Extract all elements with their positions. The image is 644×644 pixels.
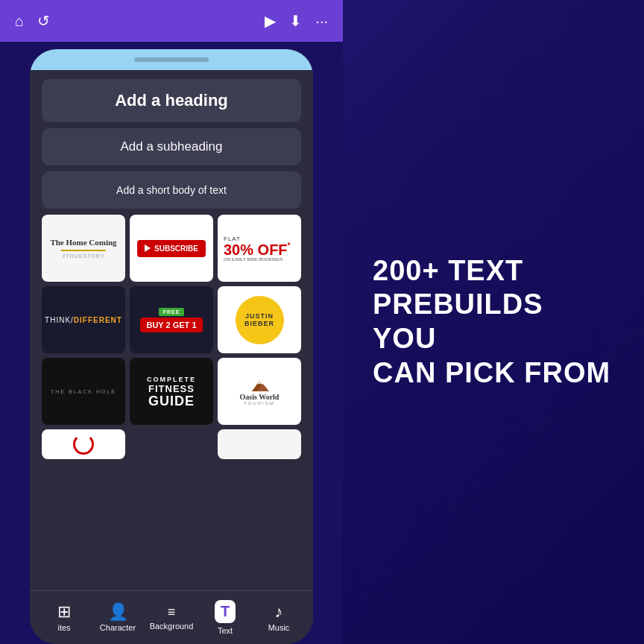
add-heading-label: Add a heading — [115, 91, 228, 110]
subscribe-play-icon — [145, 244, 151, 252]
partial-cell-1[interactable] — [42, 429, 125, 459]
partial-cell-3[interactable] — [218, 429, 301, 459]
add-subheading-label: Add a subheading — [120, 139, 222, 154]
toolbar-left: ⌂ ↺ — [15, 12, 50, 30]
homecoming-title: The Home Coming — [50, 238, 116, 247]
add-heading-button[interactable]: Add a heading — [42, 79, 301, 122]
prebuild-subscribe[interactable]: SUBSCRIBE — [130, 215, 213, 282]
prebuild-offer[interactable]: FLAT 30% OFF* ON EARLY BIRD BOOKINGS — [218, 215, 301, 282]
templates-label: ites — [57, 623, 70, 632]
fitness-fitness: FITNESS — [148, 383, 195, 394]
justin-name1: JUSTIN — [245, 312, 274, 320]
nav-item-templates[interactable]: ⊞ ites — [37, 604, 91, 632]
right-content: 200+ TEXT PREBUILDS YOU CAN PICK FROM — [343, 224, 644, 420]
promo-text: 200+ TEXT PREBUILDS YOU CAN PICK FROM — [373, 254, 614, 390]
promo-line2: PREBUILDS YOU — [373, 288, 614, 356]
oasis-subtitle: TOURISM — [244, 401, 275, 405]
phone-notch-bar — [30, 49, 313, 70]
homecoming-subtitle: #TRUESTORY — [63, 253, 105, 259]
prebuild-oasis[interactable]: Oasis World TOURISM — [218, 358, 301, 425]
promo-line3: CAN PICK FROM — [373, 356, 614, 391]
background-label: Background — [150, 622, 194, 631]
offer-percent: 30% OFF — [224, 242, 288, 257]
homecoming-underline — [61, 250, 106, 251]
oasis-title: Oasis World — [240, 393, 280, 401]
buy-text: BUY 2 GET 1 — [140, 318, 202, 332]
fitness-complete: COMPLETE — [147, 376, 196, 383]
prebuilds-grid: The Home Coming #TRUESTORY SUBSCRIBE FLA… — [42, 215, 301, 425]
background-icon: ≡ — [168, 605, 176, 619]
subscribe-label: SUBSCRIBE — [154, 244, 198, 253]
more-icon[interactable]: ··· — [315, 13, 328, 30]
offer-subtext: ON EARLY BIRD BOOKINGS — [224, 257, 282, 262]
phone-device: Add a heading Add a subheading Add a sho… — [30, 49, 313, 644]
add-body-button[interactable]: Add a short body of text — [42, 171, 301, 209]
phone-content: Add a heading Add a subheading Add a sho… — [30, 70, 313, 590]
nav-item-character[interactable]: 👤 Character — [91, 604, 145, 632]
promo-line1: 200+ TEXT — [373, 254, 614, 288]
think-text: THINK/ — [45, 316, 74, 324]
prebuild-blackhole[interactable]: THE BLACK HOLE — [42, 358, 125, 425]
play-icon[interactable]: ▶ — [265, 12, 276, 30]
partial-circle-icon — [73, 434, 94, 455]
music-label: Music — [268, 623, 290, 632]
text-icon: T — [221, 603, 230, 619]
free-badge: FREE — [159, 308, 185, 316]
toolbar-right: ▶ ⬇ ··· — [265, 12, 328, 30]
templates-icon: ⊞ — [57, 604, 71, 620]
bottom-nav: ⊞ ites 👤 Character ≡ Background T Text ♪… — [30, 590, 313, 644]
phone-notch — [134, 57, 209, 62]
subscribe-button: SUBSCRIBE — [137, 240, 206, 257]
add-body-label: Add a short body of text — [116, 184, 227, 196]
music-icon: ♪ — [275, 604, 283, 620]
home-icon[interactable]: ⌂ — [15, 13, 24, 30]
top-toolbar: ⌂ ↺ ▶ ⬇ ··· — [0, 0, 343, 42]
blackhole-text: THE BLACK HOLE — [51, 389, 116, 394]
character-label: Character — [100, 623, 136, 632]
prebuild-think[interactable]: THINK/ DIFFERENT — [42, 286, 125, 353]
download-icon[interactable]: ⬇ — [289, 12, 302, 30]
different-text: DIFFERENT — [74, 316, 122, 324]
add-subheading-button[interactable]: Add a subheading — [42, 128, 301, 165]
prebuild-fitness[interactable]: COMPLETE FITNESS GUIDE — [130, 358, 213, 425]
fitness-guide: GUIDE — [148, 394, 195, 408]
oasis-mountain-icon — [248, 378, 271, 393]
nav-item-background[interactable]: ≡ Background — [145, 605, 198, 631]
prebuild-justin[interactable]: JUSTIN BIEBER — [218, 286, 301, 353]
partial-row — [42, 429, 301, 459]
partial-cell-2[interactable] — [130, 429, 213, 459]
character-icon: 👤 — [108, 604, 128, 620]
undo-icon[interactable]: ↺ — [37, 12, 50, 30]
text-icon-box: T — [215, 600, 236, 623]
nav-item-music[interactable]: ♪ Music — [252, 604, 306, 632]
justin-circle: JUSTIN BIEBER — [236, 296, 284, 344]
text-label: Text — [218, 626, 233, 635]
prebuild-homecoming[interactable]: The Home Coming #TRUESTORY — [42, 215, 125, 282]
prebuild-buy2get1[interactable]: FREE BUY 2 GET 1 — [130, 286, 213, 353]
justin-name2: BIEBER — [244, 320, 274, 327]
nav-item-text[interactable]: T Text — [198, 600, 252, 635]
phone-wrapper: ⌂ ↺ ▶ ⬇ ··· Add a heading Add a subheadi… — [0, 0, 343, 644]
